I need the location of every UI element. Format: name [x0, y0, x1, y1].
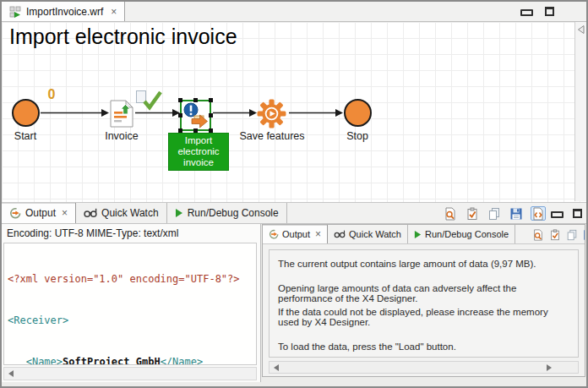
xml-line: <Receiver> — [8, 314, 253, 327]
tab-output-secondary[interactable]: Output × — [263, 225, 328, 243]
output-tab-bar: Output × Quick Watch Run/De — [2, 203, 586, 224]
xml-line: <?xml version="1.0" encoding="UTF-8"?> — [8, 272, 253, 286]
output-secondary-pane: Output × Quick Watch — [262, 224, 585, 377]
start-node-label: Start — [0, 130, 51, 142]
success-check-icon — [141, 90, 163, 114]
watch-glasses-icon — [84, 208, 97, 218]
close-output-tab-icon[interactable]: × — [62, 207, 68, 219]
output-icon — [269, 229, 279, 239]
message-performance: Opening large amounts of data can advers… — [278, 283, 569, 303]
message-memory: If the data could not be displayed, plea… — [278, 307, 569, 327]
invoice-document-icon — [110, 100, 133, 128]
secondary-output-tab-bar: Output × Quick Watch — [263, 225, 585, 244]
save-features-node-label: Save features — [238, 130, 306, 142]
tab-run-debug-label: Run/Debug Console — [188, 207, 279, 219]
copy-icon[interactable] — [566, 227, 578, 242]
preview-output-icon[interactable] — [443, 206, 458, 221]
editor-tab-bar: ImportInvoice.wrf × — [2, 2, 586, 22]
message-size: The current output contains large amount… — [278, 259, 569, 269]
process-title: Import electronic invoice — [9, 25, 237, 49]
gear-run-icon — [256, 98, 287, 129]
invoice-node-label: Invoice — [96, 130, 147, 142]
selection-handle[interactable] — [178, 113, 182, 117]
import-electronic-invoice-node[interactable] — [180, 100, 211, 131]
save-output-icon[interactable] — [509, 206, 524, 221]
watch-glasses-icon — [334, 230, 346, 238]
bottom-panel: Output × Quick Watch Run/De — [2, 202, 586, 386]
import-node-label: Import electronic invoice — [168, 133, 229, 171]
large-output-message: The current output contains large amount… — [269, 249, 579, 358]
output-toolbar — [443, 206, 546, 221]
x4-designer-window: ImportInvoice.wrf × Import electronic in… — [0, 0, 588, 388]
maximize-panel-icon[interactable] — [573, 209, 582, 218]
tab-quick-watch[interactable]: Quick Watch — [76, 203, 167, 223]
bottom-panel-controls — [551, 208, 582, 218]
invoice-node[interactable] — [110, 100, 133, 128]
tab-output-label: Output — [25, 207, 56, 219]
workflow-file-icon — [9, 6, 21, 18]
tab-quick-watch-secondary[interactable]: Quick Watch — [328, 225, 408, 243]
collapsed-palette-strip[interactable] — [574, 22, 586, 201]
left-horizontal-scrollbar[interactable] — [3, 367, 257, 380]
tab-run-debug-console-secondary[interactable]: Run/Debug Console — [408, 225, 515, 243]
copy-to-clipboard-icon[interactable] — [549, 227, 561, 242]
show-source-icon[interactable] — [531, 206, 546, 221]
start-node[interactable] — [12, 99, 40, 127]
preview-output-icon[interactable] — [532, 227, 544, 242]
xml-line: <Name>SoftProject GmbH</Name> — [8, 355, 253, 365]
selection-handle[interactable] — [209, 113, 213, 117]
scroll-left-arrow-icon[interactable] — [274, 364, 279, 371]
maximize-icon[interactable] — [545, 7, 554, 16]
run-debug-icon — [175, 208, 183, 218]
import-service-icon — [182, 101, 210, 129]
encoding-mime-info: Encoding: UTF-8 MIME-Type: text/xml — [2, 224, 260, 241]
editor-window-controls — [520, 6, 554, 16]
save-features-node[interactable] — [256, 98, 287, 133]
minimize-panel-icon[interactable] — [551, 211, 564, 218]
tab-quick-watch-label: Quick Watch — [349, 229, 401, 239]
close-tab-icon[interactable]: × — [111, 6, 117, 18]
copy-to-clipboard-icon[interactable] — [465, 206, 480, 221]
editor-tab-label: ImportInvoice.wrf — [26, 6, 103, 18]
selection-handle[interactable] — [209, 98, 213, 102]
tab-quick-watch-label: Quick Watch — [101, 207, 159, 219]
restore-panel-arrow-icon[interactable] — [577, 25, 585, 35]
tab-run-debug-console[interactable]: Run/Debug Console — [167, 203, 287, 223]
scroll-left-arrow-icon[interactable] — [8, 370, 14, 377]
output-icon — [9, 207, 21, 219]
close-output-tab-icon[interactable]: × — [315, 228, 321, 240]
tab-output[interactable]: Output × — [2, 203, 76, 223]
edge-count-badge: 0 — [42, 87, 61, 102]
tab-run-debug-label: Run/Debug Console — [425, 229, 509, 239]
message-load-hint: To load the data, press the "Load" butto… — [278, 342, 569, 352]
xml-output-view[interactable]: <?xml version="1.0" encoding="UTF-8"?> <… — [3, 243, 257, 365]
run-debug-icon — [414, 230, 422, 239]
copy-icon[interactable] — [487, 206, 502, 221]
right-horizontal-scrollbar[interactable] — [269, 361, 579, 374]
secondary-output-toolbar — [532, 227, 585, 242]
selection-handle[interactable] — [193, 98, 198, 102]
save-output-icon[interactable] — [583, 227, 585, 242]
minimize-icon[interactable] — [520, 9, 533, 16]
output-editor-pane: Encoding: UTF-8 MIME-Type: text/xml <?xm… — [2, 224, 261, 382]
tab-output-label: Output — [282, 229, 310, 239]
stop-node-label: Stop — [332, 130, 383, 142]
editor-tab-importinvoice[interactable]: ImportInvoice.wrf × — [2, 2, 125, 21]
workflow-canvas[interactable]: Import electronic invoice 0 Start — [2, 22, 586, 202]
stop-node[interactable] — [344, 99, 372, 127]
scroll-right-arrow-icon[interactable] — [547, 364, 552, 371]
selection-handle[interactable] — [178, 98, 182, 102]
